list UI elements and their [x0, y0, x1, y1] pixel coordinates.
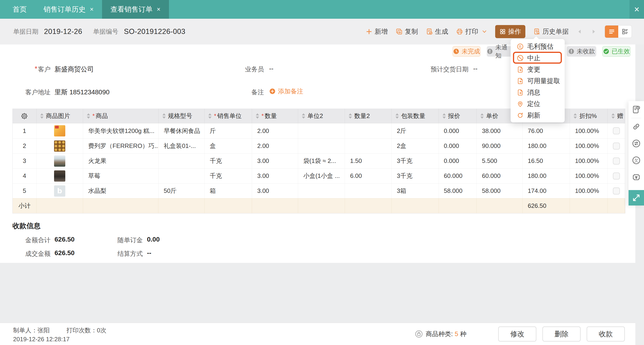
- cell-quote: 0.000: [439, 123, 477, 138]
- customer-value[interactable]: 新盛商贸公司: [54, 65, 94, 74]
- column-header-pack[interactable]: 包装数量: [392, 109, 439, 123]
- action-button[interactable]: 操作: [495, 25, 525, 38]
- list-view-button[interactable]: [605, 26, 618, 38]
- card-view-button[interactable]: [618, 26, 632, 38]
- column-header-quote[interactable]: 报价: [439, 109, 477, 123]
- table-row[interactable]: 1华美华夫软饼1200g 糕...早餐休闲食品斤2.002斤0.00038.00…: [13, 123, 625, 138]
- menu-item-2[interactable]: 变更: [510, 64, 565, 75]
- cell-qty: 2.00: [252, 138, 298, 153]
- status-badge: 未收款: [567, 46, 596, 57]
- customer-address-value: 里斯 18512348090: [54, 88, 110, 97]
- gift-checkbox[interactable]: [613, 127, 620, 134]
- sort-icon[interactable]: [40, 113, 44, 119]
- tab-2[interactable]: 查看销售订单×: [102, 0, 169, 19]
- history-button[interactable]: 历史单据: [533, 27, 569, 36]
- subtotal-empty-cell: [439, 198, 477, 213]
- strip-button-doc-clock[interactable]: [628, 101, 644, 118]
- sort-icon[interactable]: [87, 113, 90, 119]
- receive-payment-button[interactable]: 收款: [587, 326, 625, 342]
- table-row[interactable]: 4草莓千克3.00小盒(1小盒 ...6.003千克60.00060.00018…: [13, 168, 625, 183]
- menu-item-5[interactable]: 定位: [510, 98, 565, 110]
- cell-amount: 174.00: [522, 184, 570, 198]
- chevron-down-icon[interactable]: [482, 29, 487, 34]
- waffle-biscuit-photo[interactable]: [54, 125, 65, 136]
- copy-button[interactable]: 复制: [396, 27, 418, 36]
- cell-price: 58.000: [477, 184, 522, 198]
- menu-item-1[interactable]: 中止: [510, 52, 565, 64]
- tab-close-icon[interactable]: ×: [157, 6, 160, 13]
- generate-button[interactable]: 生成: [426, 27, 448, 36]
- sort-icon[interactable]: [480, 113, 484, 119]
- column-header-unit2[interactable]: 单位2: [298, 109, 345, 123]
- table-row[interactable]: 5水晶梨50斤箱3.003箱58.00058.000174.00100.00%: [13, 183, 625, 198]
- sort-icon[interactable]: [208, 113, 212, 119]
- strawberry-photo[interactable]: [54, 170, 65, 182]
- pitaya-photo[interactable]: [54, 156, 65, 167]
- tab-1[interactable]: 销售订单历史×: [35, 0, 102, 19]
- cell-unit: 千克: [204, 168, 252, 183]
- card-view-icon: [621, 28, 629, 35]
- next-record-icon[interactable]: [591, 28, 597, 35]
- sort-icon[interactable]: [349, 113, 352, 119]
- cell-spec: [159, 154, 205, 168]
- print-button[interactable]: 打印: [456, 27, 478, 36]
- sort-icon[interactable]: [162, 113, 166, 119]
- sort-icon[interactable]: [302, 113, 305, 119]
- doc-arrow-icon: [517, 78, 524, 84]
- column-header-spec[interactable]: 规格型号: [159, 109, 205, 123]
- strip-button-debt[interactable]: 欠: [628, 152, 644, 169]
- column-header-qty[interactable]: *数量: [252, 109, 298, 123]
- status-badge: 未通知: [487, 46, 514, 57]
- amount-total-value: 626.50: [54, 236, 75, 243]
- expand-button[interactable]: [628, 190, 644, 206]
- column-header-discount[interactable]: 折扣%: [570, 109, 608, 123]
- cell-spec: 早餐休闲食品: [159, 123, 205, 138]
- modify-button[interactable]: 修改: [498, 326, 536, 342]
- ferrero-chocolate-photo[interactable]: [54, 140, 65, 152]
- pear-placeholder[interactable]: [54, 185, 65, 196]
- gift-checkbox[interactable]: [613, 158, 620, 164]
- column-header-name[interactable]: *商品: [83, 109, 159, 123]
- sort-icon[interactable]: [612, 113, 615, 119]
- delete-button[interactable]: 删除: [542, 326, 580, 342]
- menu-item-3[interactable]: 可用量提取: [510, 75, 565, 86]
- column-header-gift[interactable]: 赠: [608, 109, 625, 123]
- add-button[interactable]: 新增: [366, 27, 388, 36]
- column-header-img[interactable]: 商品图片: [36, 109, 83, 123]
- tab-0[interactable]: 首页: [4, 0, 35, 19]
- sort-icon[interactable]: [256, 113, 259, 119]
- prev-record-icon[interactable]: [576, 28, 583, 35]
- add-remark-button[interactable]: 添加备注: [269, 87, 303, 96]
- gift-checkbox[interactable]: [613, 142, 620, 150]
- table-row[interactable]: 3火龙果千克3.00袋(1袋 ≈ 2...1.503千克0.0005.50016…: [13, 153, 625, 168]
- strip-button-link[interactable]: [628, 118, 644, 135]
- gift-checkbox[interactable]: [613, 188, 620, 194]
- cell-quote: 0.000: [439, 138, 477, 153]
- view-toggle: [605, 25, 632, 38]
- sort-icon[interactable]: [574, 113, 577, 119]
- gift-checkbox[interactable]: [613, 172, 620, 180]
- menu-item-0[interactable]: 毛毛利预估: [510, 41, 565, 52]
- menu-item-6[interactable]: 刷新: [510, 110, 565, 121]
- strip-button-money-badge[interactable]: [628, 169, 644, 186]
- subtotal-empty-cell: [608, 198, 625, 213]
- sort-icon[interactable]: [396, 113, 399, 119]
- strip-button-exchange[interactable]: [628, 135, 644, 152]
- cell-discount: 100.00%: [570, 154, 608, 168]
- column-header-qty2[interactable]: 数量2: [345, 109, 392, 123]
- menu-item-4[interactable]: 消息: [510, 86, 565, 98]
- tab-close-icon[interactable]: ×: [90, 6, 94, 13]
- cell-pack: 2斤: [392, 123, 439, 138]
- close-icon[interactable]: ×: [630, 0, 644, 19]
- cell-name: 火龙果: [83, 154, 159, 168]
- settlement-label: 结算方式: [108, 250, 143, 258]
- delivery-date-label: 预计交货日期: [430, 65, 468, 74]
- cell-unit: 千克: [204, 154, 252, 168]
- right-tool-strip: 欠: [628, 101, 644, 206]
- grid-icon: [500, 28, 506, 35]
- settlement-value: --: [147, 249, 152, 257]
- column-header-unit[interactable]: *销售单位: [204, 109, 252, 123]
- column-settings-button[interactable]: [13, 109, 36, 123]
- table-row[interactable]: 2费列罗（FERRERO）巧...礼盒装01-...盒2.002盒0.00090…: [13, 138, 625, 153]
- sort-icon[interactable]: [442, 113, 446, 119]
